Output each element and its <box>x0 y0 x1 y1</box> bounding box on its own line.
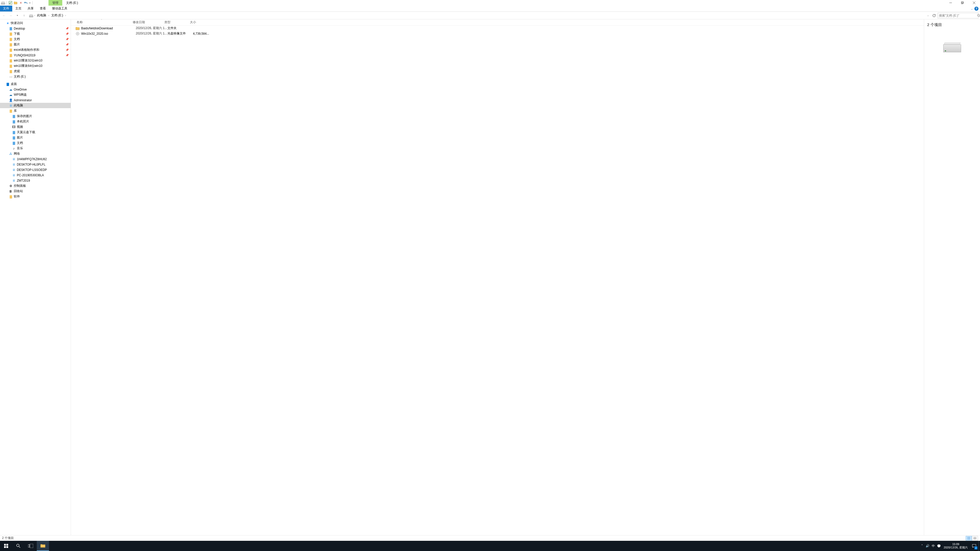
nav-docs-lib[interactable]: ▇文档 <box>0 140 71 146</box>
taskbar-search-button[interactable] <box>12 541 24 551</box>
nav-history-dropdown[interactable]: ▾ <box>15 13 20 18</box>
view-details-button[interactable] <box>966 536 972 540</box>
nav-this-pc[interactable]: 🖥此电脑 <box>0 103 71 108</box>
file-rows[interactable]: BaiduNetdiskDownload 2020/12/26, 星期六 1..… <box>71 25 924 535</box>
nav-win64[interactable]: ▇win10重装64位win10 <box>0 63 71 68</box>
nav-tianyi[interactable]: ▇天翼云盘下载 <box>0 130 71 135</box>
tray-overflow-icon[interactable]: ˄ <box>919 541 925 551</box>
chevron-right-icon[interactable]: › <box>65 14 66 17</box>
nav-huguan[interactable]: ▇虎观 <box>0 68 71 74</box>
breadcrumb-current[interactable]: 文档 (E:) <box>50 13 64 18</box>
nav-net-pc5[interactable]: 🖥ZMT2019 <box>0 178 71 183</box>
qat-dropdown-icon[interactable]: ▾ <box>29 2 31 4</box>
nav-up-button[interactable]: ↑ <box>21 13 27 18</box>
column-header-date[interactable]: 修改日期 <box>132 20 163 24</box>
nav-admin[interactable]: 👤Administrator <box>0 97 71 103</box>
search-icon[interactable] <box>977 14 980 17</box>
column-header-type[interactable]: 类型 <box>163 20 189 24</box>
help-icon[interactable]: ? <box>974 6 978 11</box>
qat-properties-icon[interactable] <box>8 1 13 5</box>
search-input[interactable] <box>939 14 977 17</box>
close-button[interactable] <box>968 0 980 6</box>
ribbon-tab-drivetools[interactable]: 驱动器工具 <box>49 6 70 11</box>
nav-forward-button[interactable]: → <box>8 13 13 18</box>
nav-local-photos[interactable]: ▇本机照片 <box>0 119 71 124</box>
svg-point-10 <box>977 14 980 16</box>
nav-label: Desktop <box>14 27 25 30</box>
drive-icon <box>943 43 961 52</box>
nav-pictures[interactable]: ▇图片📌 <box>0 42 71 47</box>
nav-control-panel[interactable]: ⚙控制面板 <box>0 183 71 189</box>
nav-excel-folder[interactable]: ▇excel表格制作求和📌 <box>0 47 71 52</box>
nav-quick-access[interactable]: ★快速访问 <box>0 21 71 26</box>
navigation-pane[interactable]: ★快速访问 ▇Desktop📌 ▇下载📌 ▇文档📌 ▇图片📌 ▇excel表格制… <box>0 19 71 535</box>
maximize-button[interactable] <box>956 0 968 6</box>
ribbon-tab-view[interactable]: 查看 <box>37 6 49 11</box>
security-icon[interactable] <box>936 541 942 551</box>
ribbon-tab-file[interactable]: 文件 <box>0 6 12 11</box>
qat-newfolder-icon[interactable] <box>14 1 18 5</box>
qat-delete-icon[interactable]: ✕ <box>19 1 23 5</box>
nav-label: 快速访问 <box>11 21 23 25</box>
context-tab-manage[interactable]: 管理 <box>48 0 62 6</box>
nav-saved-pics[interactable]: ▇保存的图片 <box>0 114 71 119</box>
svg-rect-18 <box>975 537 977 538</box>
refresh-button[interactable] <box>932 13 937 18</box>
nav-network[interactable]: 🖧网络 <box>0 151 71 156</box>
nav-label: 库 <box>14 109 17 113</box>
nav-desktop[interactable]: ▇桌面 <box>0 81 71 87</box>
nav-label: WPS网盘 <box>14 93 27 97</box>
file-list-area: ˄ 名称 修改日期 类型 大小 BaiduNetdiskDownload 202… <box>71 19 924 535</box>
file-date: 2020/12/26, 星期六 1... <box>136 32 167 36</box>
breadcrumb-root[interactable]: 此电脑 <box>36 13 47 18</box>
start-button[interactable] <box>0 541 12 551</box>
breadcrumb[interactable]: › 此电脑 › 文档 (E:) › <box>28 13 68 18</box>
svg-marker-1 <box>1 2 5 3</box>
column-headers[interactable]: ˄ 名称 修改日期 类型 大小 <box>71 19 924 25</box>
nav-back-button[interactable]: ← <box>2 13 6 18</box>
task-view-button[interactable] <box>24 541 37 551</box>
action-center-button[interactable]: 2 <box>970 541 978 551</box>
nav-recycle[interactable]: 🗑回收站 <box>0 189 71 194</box>
ribbon-tab-home[interactable]: 主页 <box>12 6 24 11</box>
file-row[interactable]: Win10x32_2020.iso 2020/12/26, 星期六 1... 光… <box>71 31 924 36</box>
nav-music[interactable]: ♪音乐 <box>0 146 71 151</box>
ime-indicator[interactable]: 中 <box>931 541 936 551</box>
nav-label: 图片 <box>17 135 23 140</box>
minimize-button[interactable] <box>945 0 956 6</box>
nav-net-pc2[interactable]: 🖥DESKTOP-HL0PLFL <box>0 162 71 167</box>
volume-icon[interactable]: 🔊 <box>925 541 931 551</box>
column-header-name[interactable]: 名称 <box>76 20 132 24</box>
search-box[interactable] <box>938 13 978 18</box>
nav-downloads[interactable]: ▇下载📌 <box>0 31 71 37</box>
nav-net-pc4[interactable]: 🖥PC-20190530OBLA <box>0 172 71 178</box>
nav-software[interactable]: ▇软件 <box>0 194 71 199</box>
nav-desktop-qa[interactable]: ▇Desktop📌 <box>0 26 71 31</box>
nav-yunqishi[interactable]: ▇YUNQISHI2019📌 <box>0 52 71 58</box>
nav-video[interactable]: 🎞视频 <box>0 124 71 130</box>
nav-wps[interactable]: ☁WPS网盘 <box>0 92 71 97</box>
address-dropdown-icon[interactable]: ⌄ <box>925 13 931 18</box>
taskbar-app-explorer[interactable] <box>37 541 49 551</box>
nav-onedrive[interactable]: ☁OneDrive <box>0 87 71 92</box>
nav-pics-lib[interactable]: ▇图片 <box>0 135 71 140</box>
column-header-size[interactable]: 大小 <box>189 20 209 24</box>
qat-undo-icon[interactable] <box>24 1 28 5</box>
nav-library[interactable]: ▇库 <box>0 108 71 114</box>
file-row[interactable]: BaiduNetdiskDownload 2020/12/26, 星期六 1..… <box>71 25 924 31</box>
taskbar-clock[interactable]: 15:09 2020/12/26, 星期六 <box>942 543 970 549</box>
nav-edrive-qa[interactable]: ▭文档 (E:) <box>0 74 71 79</box>
nav-documents[interactable]: ▇文档📌 <box>0 37 71 42</box>
taskbar[interactable]: ˄ 🔊 中 15:09 2020/12/26, 星期六 2 <box>0 541 980 551</box>
show-desktop-button[interactable] <box>978 541 980 551</box>
pin-icon: 📌 <box>65 54 68 57</box>
chevron-right-icon[interactable]: › <box>48 14 49 17</box>
ribbon-tab-share[interactable]: 共享 <box>24 6 37 11</box>
nav-win32[interactable]: ▇win10重装32位win10 <box>0 58 71 63</box>
view-thumbnails-button[interactable] <box>972 536 978 540</box>
nav-net-pc1[interactable]: 🖥1H4WPFQ7KZ8HU82 <box>0 156 71 162</box>
folder-icon: ▇ <box>9 59 13 63</box>
ribbon-expand-icon[interactable]: ⌄ <box>971 7 973 10</box>
chevron-right-icon[interactable]: › <box>34 14 35 17</box>
nav-net-pc3[interactable]: 🖥DESKTOP-LSSOEDP <box>0 167 71 172</box>
